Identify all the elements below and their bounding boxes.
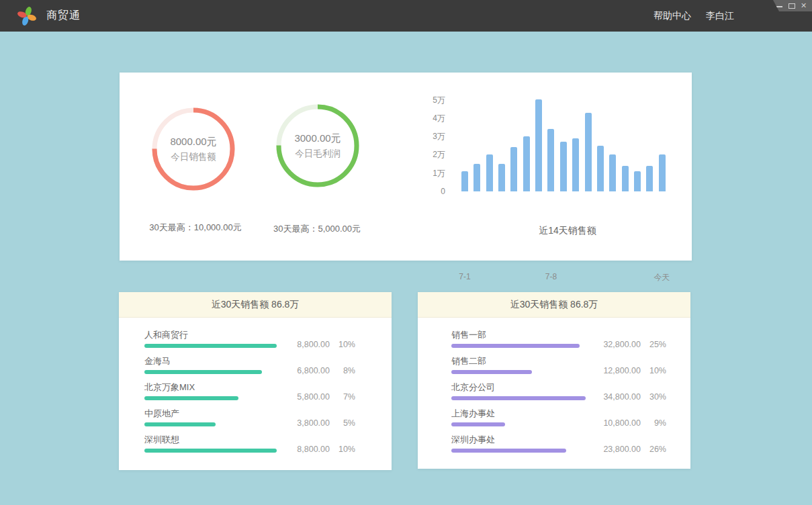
row-value: 3,800.00 [281,418,330,428]
row-value: 8,800.00 [281,340,330,349]
row-progress-bar [144,344,277,348]
row-progress-bar [451,449,566,453]
maximize-button[interactable] [788,2,795,10]
minimize-icon [776,5,782,7]
chart-bar [560,142,567,191]
y-tick-label: 5万 [413,95,445,105]
chart-bar [547,129,554,191]
row-percent: 10% [330,445,355,454]
row-percent: 30% [641,392,666,402]
row-label: 销售二部 [451,357,532,366]
x-tick-label: 7-1 [459,272,470,281]
close-button[interactable]: ✕ [800,2,807,10]
row-progress-bar [144,370,262,374]
row-label: 北京分公司 [451,383,586,392]
y-tick-label: 2万 [413,150,445,159]
row-value: 34,800.00 [592,392,641,402]
help-center-link[interactable]: 帮助中心 [653,10,691,22]
chart-bar [609,154,616,191]
chart-bar [572,138,579,191]
chart-bar [510,147,517,191]
sales-row: 深圳联想8,800.0010% [144,435,355,453]
chart-bar [486,154,493,191]
chart-bar [622,166,629,191]
sales-14day-chart [461,99,668,191]
row-label: 上海办事处 [451,409,505,418]
x-tick-label: 今天 [654,272,670,283]
sales-row: 销售二部12,800.0010% [451,357,666,374]
title-bar: 商贸通 帮助中心 李白江 ✕ [0,0,812,32]
chart-bar [498,164,505,191]
sales-row: 中原地产3,800.005% [144,409,355,426]
minimize-button[interactable] [776,2,783,10]
chart-bar [585,113,592,191]
today-profit-gauge: 3000.00元 今日毛利润 [274,102,361,189]
sales-30day-max: 30天最高：10,000.00元 [128,222,263,234]
row-value: 5,800.00 [281,392,330,402]
row-value: 6,800.00 [281,366,330,375]
row-percent: 10% [641,366,666,375]
y-tick-label: 3万 [413,132,445,141]
row-value: 12,800.00 [592,366,641,375]
department-card-title: 近30天销售额 86.8万 [418,292,690,318]
row-progress-bar [451,396,586,400]
row-value: 10,800.00 [592,418,641,428]
close-icon: ✕ [801,2,807,9]
sales-row: 北京万象MIX5,800.007% [144,383,355,400]
chart-x-axis: 7-17-8今天 [461,272,668,281]
window-controls: ✕ [773,0,812,11]
row-percent: 26% [641,445,666,454]
app-title: 商贸通 [46,0,81,32]
chart-y-axis: 01万2万3万4万5万 [413,73,445,207]
app-logo-icon [17,7,36,26]
x-tick-label: 7-8 [545,272,557,281]
y-tick-label: 4万 [413,113,445,123]
chart-bar [646,166,653,191]
row-value: 23,800.00 [592,445,641,454]
sales-row: 销售一部32,800.0025% [451,330,666,348]
chart-bar [597,146,604,191]
y-tick-label: 1万 [413,169,445,178]
row-percent: 10% [330,340,355,349]
row-label: 北京万象MIX [144,383,238,392]
row-value: 32,800.00 [592,340,641,349]
row-progress-bar [144,422,216,426]
sales-row: 人和商贸行8,800.0010% [144,330,355,348]
sales-row: 上海办事处10,800.009% [451,409,666,426]
customer-sales-card: 近30天销售额 86.8万 人和商贸行8,800.0010%金海马6,800.0… [119,292,392,470]
profit-30day-max: 30天最高：5,000.00元 [250,223,384,235]
sales-row: 北京分公司34,800.0030% [451,383,666,400]
today-profit-value: 3000.00元 [294,130,341,146]
sales-row: 金海马6,800.008% [144,357,355,374]
customer-card-title: 近30天销售额 86.8万 [119,292,392,318]
chart-bar [523,136,530,191]
row-percent: 8% [330,366,355,375]
chart-bar [535,99,542,191]
row-label: 中原地产 [144,409,216,418]
row-progress-bar [451,422,505,426]
chart-bar [473,164,480,191]
titlebar-menu: 帮助中心 李白江 [653,0,734,32]
row-label: 深圳联想 [144,435,277,445]
row-label: 人和商贸行 [144,330,277,340]
row-progress-bar [144,396,238,400]
sales-row: 深圳办事处23,800.0026% [451,435,666,453]
chart-bar [659,154,666,191]
today-sales-label: 今日销售额 [171,149,216,165]
overview-card: 8000.00元 今日销售额 30天最高：10,000.00元 3000.00元… [120,73,692,261]
user-name[interactable]: 李白江 [706,10,734,22]
chart-title: 近14天销售额 [467,225,668,237]
row-label: 深圳办事处 [451,435,566,445]
row-label: 金海马 [144,357,262,366]
y-tick-label: 0 [413,187,445,196]
row-progress-bar [144,449,277,453]
row-percent: 25% [641,340,666,349]
today-sales-gauge: 8000.00元 今日销售额 [150,105,237,193]
row-progress-bar [451,344,580,348]
row-percent: 9% [641,418,666,428]
today-profit-label: 今日毛利润 [295,146,341,161]
row-label: 销售一部 [451,330,580,340]
row-percent: 5% [330,418,355,428]
chart-bar [461,171,468,191]
chart-bar [634,171,641,191]
